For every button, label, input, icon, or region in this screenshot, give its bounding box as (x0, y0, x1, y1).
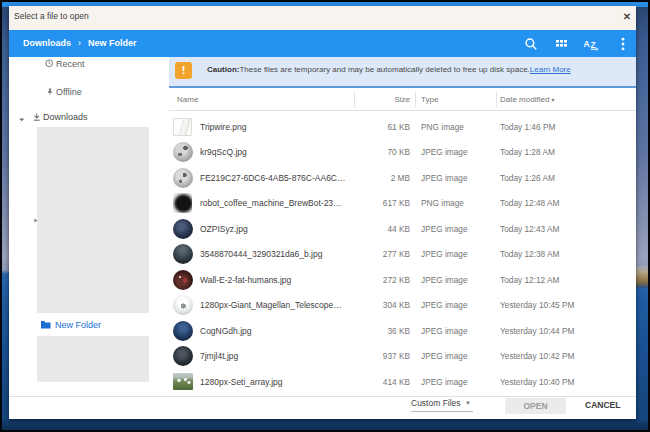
svg-text:Z: Z (591, 40, 596, 50)
svg-text:A: A (584, 39, 590, 49)
